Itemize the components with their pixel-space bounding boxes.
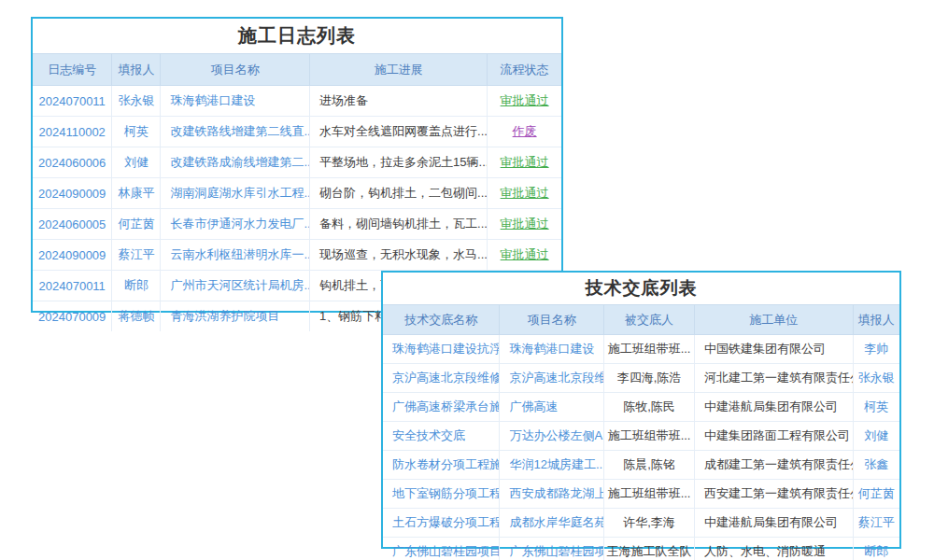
cell-link-reporter[interactable]: 林康平	[118, 186, 154, 200]
status-badge[interactable]: 作废	[513, 124, 537, 138]
cell-link-name[interactable]: 地下室钢筋分项工程...	[392, 486, 500, 500]
column-header-reporter: 填报人	[112, 54, 161, 86]
table-cell-status: 审批通过	[488, 209, 561, 240]
cell-link-logNo[interactable]: 2024060005	[38, 217, 106, 231]
cell-link-reporter[interactable]: 何芷茵	[858, 486, 895, 500]
table-cell-reporter: 蔡江平	[112, 240, 161, 271]
table-cell-logNo: 2024090009	[33, 178, 112, 209]
cell-link-logNo[interactable]: 2024070011	[39, 94, 106, 108]
cell-link-project[interactable]: 成都水岸华庭名苑...	[509, 515, 603, 529]
cell-link-logNo[interactable]: 2024090009	[38, 248, 106, 262]
cell-text-unit: 成都建工第一建筑有限责任公司	[704, 457, 853, 471]
cell-text-unit: 中建港航局集团有限公司	[704, 399, 838, 413]
tech-disclosure-panel: 技术交底列表 技术交底名称项目名称被交底人施工单位填报人珠海鹤港口建设抗浮...…	[381, 271, 901, 549]
cell-link-reporter[interactable]: 刘健	[124, 155, 149, 169]
cell-link-project[interactable]: 西安成都路龙湖上...	[509, 486, 603, 500]
cell-link-project[interactable]: 湖南洞庭湖水库引水工程...	[170, 186, 309, 200]
cell-link-logNo[interactable]: 2024090009	[38, 187, 106, 201]
table-cell-progress: 水车对全线遮阳网覆盖点进行...	[310, 117, 488, 147]
cell-link-project[interactable]: 珠海鹤港口建设	[170, 93, 255, 107]
cell-link-reporter[interactable]: 蔡江平	[118, 247, 154, 261]
table-cell-logNo: 2024060005	[33, 209, 112, 240]
cell-link-project[interactable]: 青海洪湖养护院项目	[170, 309, 279, 323]
cell-link-reporter[interactable]: 柯英	[864, 399, 888, 413]
table-cell-reporter: 张永银	[853, 364, 899, 393]
tech-disclosure-title: 技术交底列表	[383, 273, 899, 304]
cell-link-project[interactable]: 改建铁路成渝线增建第二...	[170, 155, 309, 169]
cell-link-project[interactable]: 万达办公楼左侧A...	[509, 428, 603, 442]
cell-link-reporter[interactable]: 刘健	[864, 428, 888, 442]
table-cell-unit: 中建港航局集团有限公司	[694, 393, 853, 422]
table-cell-project: 西安成都路龙湖上...	[500, 480, 604, 509]
cell-link-reporter[interactable]: 蔡江平	[858, 515, 895, 529]
cell-text-unit: 中建集团路面工程有限公司	[704, 428, 850, 442]
cell-link-project[interactable]: 云南水利枢纽潜明水库一...	[170, 247, 309, 261]
cell-link-name[interactable]: 珠海鹤港口建设抗浮...	[392, 342, 500, 356]
cell-link-reporter[interactable]: 张永银	[858, 371, 895, 385]
cell-link-reporter[interactable]: 蒋德帧	[118, 309, 154, 323]
cell-link-logNo[interactable]: 2024070009	[38, 310, 106, 324]
table-cell-project: 长春市伊通河水力发电厂...	[161, 209, 310, 240]
cell-link-project[interactable]: 改建铁路线增建第二线直...	[170, 124, 309, 138]
table-cell-project: 青海洪湖养护院项目	[161, 301, 310, 332]
cell-link-project[interactable]: 珠海鹤港口建设	[509, 342, 594, 356]
cell-text-person: 陈晨,陈铭	[623, 457, 675, 471]
cell-link-project[interactable]: 广州市天河区统计局机房...	[170, 278, 309, 292]
cell-link-reporter[interactable]: 张永银	[118, 93, 154, 107]
table-row: 2024070011张永银珠海鹤港口建设进场准备审批通过	[33, 86, 561, 117]
cell-link-name[interactable]: 广佛高速桥梁承台施...	[392, 399, 500, 413]
table-cell-status: 审批通过	[488, 86, 561, 117]
column-header-status: 流程状态	[488, 54, 561, 86]
table-cell-project: 云南水利枢纽潜明水库一...	[161, 240, 310, 271]
table-cell-status: 审批通过	[488, 240, 561, 271]
cell-link-project[interactable]: 华润12城房建工...	[509, 457, 603, 471]
column-header-name: 技术交底名称	[383, 305, 500, 335]
table-cell-project: 广东佛山碧桂园项目	[500, 538, 604, 560]
table-cell-project: 京沪高速北京段维修	[500, 364, 604, 393]
table-cell-project: 改建铁路线增建第二线直...	[161, 117, 310, 147]
status-badge[interactable]: 审批通过	[501, 186, 549, 200]
cell-link-name[interactable]: 安全技术交底	[392, 428, 465, 442]
table-cell-project: 湖南洞庭湖水库引水工程...	[161, 178, 310, 209]
table-cell-reporter: 蒋德帧	[112, 301, 161, 332]
table-cell-name: 安全技术交底	[383, 422, 500, 451]
cell-text-progress: 砌台阶，钩机排土，二包砌间...	[319, 186, 488, 200]
cell-link-project[interactable]: 广东佛山碧桂园项目	[509, 544, 603, 558]
cell-link-logNo[interactable]: 2024110002	[39, 125, 106, 139]
table-cell-status: 审批通过	[488, 178, 561, 209]
cell-link-reporter[interactable]: 断郎	[124, 278, 149, 292]
table-row: 广东佛山碧桂园项目...广东佛山碧桂园项目王海施工队全队人防、水电、消防暖通断郎	[383, 538, 899, 560]
table-cell-project: 珠海鹤港口建设	[161, 86, 310, 117]
table-cell-reporter: 断郎	[112, 271, 161, 301]
cell-link-reporter[interactable]: 断郎	[864, 544, 888, 558]
cell-link-reporter[interactable]: 柯英	[124, 124, 149, 138]
cell-link-name[interactable]: 京沪高速北京段维修...	[392, 371, 500, 385]
cell-text-progress: 备料，砌间墙钩机排土，瓦工...	[319, 217, 488, 231]
cell-link-name[interactable]: 土石方爆破分项工程...	[392, 515, 500, 529]
cell-link-name[interactable]: 广东佛山碧桂园项目...	[392, 544, 500, 558]
cell-link-name[interactable]: 防水卷材分项工程施...	[392, 457, 500, 471]
status-badge[interactable]: 审批通过	[501, 247, 549, 261]
cell-link-reporter[interactable]: 何芷茵	[118, 217, 154, 231]
header-row: 日志编号填报人项目名称施工进展流程状态	[33, 54, 561, 86]
cell-link-logNo[interactable]: 2024060006	[38, 156, 106, 170]
status-badge[interactable]: 审批通过	[501, 93, 549, 107]
table-cell-project: 改建铁路成渝线增建第二...	[161, 147, 310, 178]
table-cell-logNo: 2024090009	[33, 240, 112, 271]
cell-text-unit: 人防、水电、消防暖通	[704, 544, 826, 558]
cell-text-unit: 中建港航局集团有限公司	[704, 515, 838, 529]
table-cell-logNo: 2024070009	[33, 301, 112, 332]
cell-link-project[interactable]: 广佛高速	[509, 399, 558, 413]
status-badge[interactable]: 审批通过	[501, 155, 549, 169]
status-badge[interactable]: 审批通过	[501, 217, 549, 231]
table-row: 2024060005何芷茵长春市伊通河水力发电厂...备料，砌间墙钩机排土，瓦工…	[33, 209, 561, 240]
table-cell-person: 陈晨,陈铭	[604, 451, 695, 480]
cell-link-project[interactable]: 京沪高速北京段维修	[509, 371, 603, 385]
cell-link-reporter[interactable]: 张鑫	[864, 457, 888, 471]
cell-link-logNo[interactable]: 2024070011	[39, 279, 106, 293]
table-cell-name: 广东佛山碧桂园项目...	[383, 538, 500, 560]
cell-link-reporter[interactable]: 李帅	[864, 342, 888, 356]
table-cell-reporter: 柯英	[112, 117, 161, 147]
table-cell-logNo: 2024110002	[33, 117, 112, 147]
cell-link-project[interactable]: 长春市伊通河水力发电厂...	[170, 217, 309, 231]
